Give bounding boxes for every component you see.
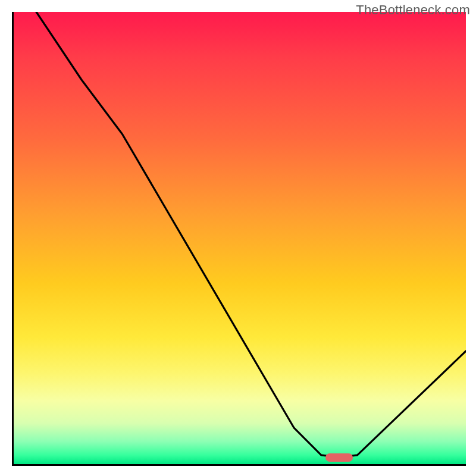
watermark-text: TheBottleneck.com [356, 2, 470, 18]
plot-area [12, 12, 466, 466]
curve-path [36, 12, 466, 458]
chart-canvas: TheBottleneck.com [0, 0, 476, 476]
bottleneck-curve [14, 12, 466, 464]
optimal-marker [325, 453, 353, 462]
